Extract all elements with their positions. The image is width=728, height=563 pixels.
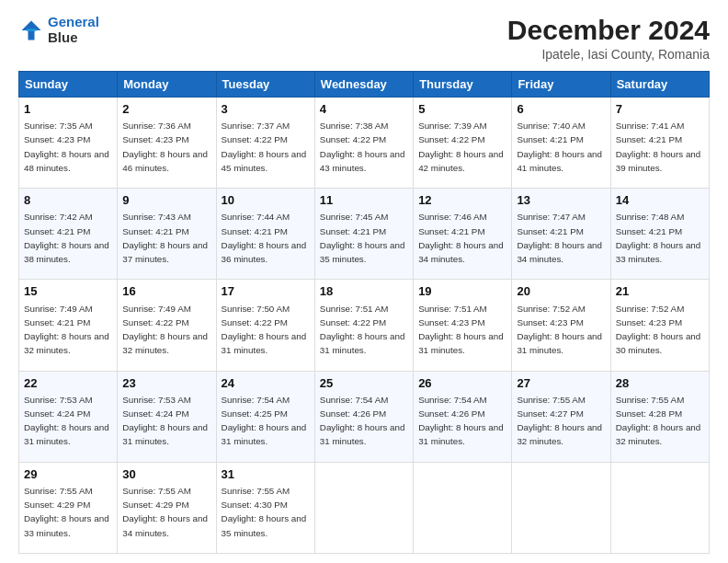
logo-icon — [18, 17, 44, 43]
day-info: Sunrise: 7:49 AMSunset: 4:22 PMDaylight:… — [122, 304, 208, 356]
week-row-3: 15 Sunrise: 7:49 AMSunset: 4:21 PMDaylig… — [19, 280, 710, 371]
calendar-cell: 4 Sunrise: 7:38 AMSunset: 4:22 PMDayligh… — [314, 98, 413, 189]
week-row-4: 22 Sunrise: 7:53 AMSunset: 4:24 PMDaylig… — [19, 371, 710, 462]
day-info: Sunrise: 7:45 AMSunset: 4:21 PMDaylight:… — [320, 212, 405, 264]
day-number: 21 — [616, 283, 704, 300]
day-number: 6 — [517, 101, 605, 118]
day-number: 18 — [320, 283, 408, 300]
day-number: 12 — [418, 192, 506, 209]
day-info: Sunrise: 7:55 AMSunset: 4:30 PMDaylight:… — [222, 486, 307, 538]
day-number: 31 — [222, 466, 310, 483]
day-number: 7 — [616, 101, 704, 118]
day-number: 11 — [320, 192, 408, 209]
calendar-cell: 12 Sunrise: 7:46 AMSunset: 4:21 PMDaylig… — [414, 189, 512, 280]
day-number: 10 — [222, 192, 310, 209]
calendar-cell: 29 Sunrise: 7:55 AMSunset: 4:29 PMDaylig… — [19, 462, 118, 553]
day-number: 29 — [24, 466, 112, 483]
calendar-table: SundayMondayTuesdayWednesdayThursdayFrid… — [18, 71, 710, 554]
calendar-cell: 23 Sunrise: 7:53 AMSunset: 4:24 PMDaylig… — [118, 371, 216, 462]
day-number: 2 — [122, 101, 210, 118]
day-info: Sunrise: 7:42 AMSunset: 4:21 PMDaylight:… — [24, 212, 109, 264]
calendar-cell: 2 Sunrise: 7:36 AMSunset: 4:23 PMDayligh… — [118, 98, 216, 189]
calendar-cell: 8 Sunrise: 7:42 AMSunset: 4:21 PMDayligh… — [19, 189, 118, 280]
day-number: 19 — [418, 283, 506, 300]
calendar-cell: 11 Sunrise: 7:45 AMSunset: 4:21 PMDaylig… — [314, 189, 413, 280]
day-info: Sunrise: 7:50 AMSunset: 4:22 PMDaylight:… — [222, 304, 307, 356]
subtitle: Ipatele, Iasi County, Romania — [507, 47, 710, 62]
day-info: Sunrise: 7:53 AMSunset: 4:24 PMDaylight:… — [122, 395, 208, 447]
main-title: December 2024 — [507, 15, 710, 45]
calendar-cell: 24 Sunrise: 7:54 AMSunset: 4:25 PMDaylig… — [216, 371, 314, 462]
calendar-cell: 16 Sunrise: 7:49 AMSunset: 4:22 PMDaylig… — [118, 280, 216, 371]
title-block: December 2024 Ipatele, Iasi County, Roma… — [507, 15, 710, 62]
calendar-cell: 18 Sunrise: 7:51 AMSunset: 4:22 PMDaylig… — [314, 280, 413, 371]
day-number: 25 — [320, 375, 408, 392]
calendar-cell: 17 Sunrise: 7:50 AMSunset: 4:22 PMDaylig… — [216, 280, 314, 371]
calendar-cell: 1 Sunrise: 7:35 AMSunset: 4:23 PMDayligh… — [19, 98, 118, 189]
day-info: Sunrise: 7:36 AMSunset: 4:23 PMDaylight:… — [122, 121, 208, 173]
weekday-header-tuesday: Tuesday — [216, 72, 314, 98]
logo-text: General Blue — [48, 15, 99, 45]
logo: General Blue — [18, 15, 99, 45]
day-number: 14 — [616, 192, 704, 209]
day-number: 1 — [24, 101, 112, 118]
day-number: 28 — [616, 375, 704, 392]
calendar-cell — [610, 462, 709, 553]
day-info: Sunrise: 7:52 AMSunset: 4:23 PMDaylight:… — [616, 304, 701, 356]
day-info: Sunrise: 7:55 AMSunset: 4:29 PMDaylight:… — [24, 486, 109, 538]
logo-line2: Blue — [48, 30, 99, 46]
day-info: Sunrise: 7:37 AMSunset: 4:22 PMDaylight:… — [222, 121, 307, 173]
day-number: 4 — [320, 101, 408, 118]
weekday-header-row: SundayMondayTuesdayWednesdayThursdayFrid… — [19, 72, 710, 98]
day-info: Sunrise: 7:46 AMSunset: 4:21 PMDaylight:… — [418, 212, 504, 264]
calendar-cell: 30 Sunrise: 7:55 AMSunset: 4:29 PMDaylig… — [118, 462, 216, 553]
weekday-header-friday: Friday — [512, 72, 610, 98]
calendar-cell: 28 Sunrise: 7:55 AMSunset: 4:28 PMDaylig… — [610, 371, 709, 462]
day-info: Sunrise: 7:44 AMSunset: 4:21 PMDaylight:… — [222, 212, 307, 264]
calendar-cell — [512, 462, 610, 553]
day-number: 9 — [122, 192, 210, 209]
day-info: Sunrise: 7:49 AMSunset: 4:21 PMDaylight:… — [24, 304, 109, 356]
day-info: Sunrise: 7:53 AMSunset: 4:24 PMDaylight:… — [24, 395, 109, 447]
week-row-5: 29 Sunrise: 7:55 AMSunset: 4:29 PMDaylig… — [19, 462, 710, 553]
weekday-header-thursday: Thursday — [414, 72, 512, 98]
day-info: Sunrise: 7:39 AMSunset: 4:22 PMDaylight:… — [418, 121, 504, 173]
day-info: Sunrise: 7:55 AMSunset: 4:27 PMDaylight:… — [517, 395, 602, 447]
calendar-cell: 15 Sunrise: 7:49 AMSunset: 4:21 PMDaylig… — [19, 280, 118, 371]
day-info: Sunrise: 7:35 AMSunset: 4:23 PMDaylight:… — [24, 121, 109, 173]
day-info: Sunrise: 7:51 AMSunset: 4:23 PMDaylight:… — [418, 304, 504, 356]
calendar-cell: 27 Sunrise: 7:55 AMSunset: 4:27 PMDaylig… — [512, 371, 610, 462]
weekday-header-saturday: Saturday — [610, 72, 709, 98]
day-info: Sunrise: 7:54 AMSunset: 4:26 PMDaylight:… — [418, 395, 504, 447]
calendar-cell: 19 Sunrise: 7:51 AMSunset: 4:23 PMDaylig… — [414, 280, 512, 371]
calendar-cell: 26 Sunrise: 7:54 AMSunset: 4:26 PMDaylig… — [414, 371, 512, 462]
calendar-cell: 31 Sunrise: 7:55 AMSunset: 4:30 PMDaylig… — [216, 462, 314, 553]
header: General Blue December 2024 Ipatele, Iasi… — [18, 15, 710, 62]
day-number: 17 — [222, 283, 310, 300]
day-number: 30 — [122, 466, 210, 483]
calendar-cell: 20 Sunrise: 7:52 AMSunset: 4:23 PMDaylig… — [512, 280, 610, 371]
day-info: Sunrise: 7:38 AMSunset: 4:22 PMDaylight:… — [320, 121, 405, 173]
page: General Blue December 2024 Ipatele, Iasi… — [0, 0, 728, 563]
day-number: 26 — [418, 375, 506, 392]
calendar-cell: 9 Sunrise: 7:43 AMSunset: 4:21 PMDayligh… — [118, 189, 216, 280]
day-number: 16 — [122, 283, 210, 300]
day-info: Sunrise: 7:48 AMSunset: 4:21 PMDaylight:… — [616, 212, 701, 264]
calendar-cell: 5 Sunrise: 7:39 AMSunset: 4:22 PMDayligh… — [414, 98, 512, 189]
day-info: Sunrise: 7:55 AMSunset: 4:28 PMDaylight:… — [616, 395, 701, 447]
day-number: 15 — [24, 283, 112, 300]
day-info: Sunrise: 7:55 AMSunset: 4:29 PMDaylight:… — [122, 486, 208, 538]
day-info: Sunrise: 7:54 AMSunset: 4:26 PMDaylight:… — [320, 395, 405, 447]
logo-line1: General — [48, 14, 99, 29]
calendar-cell: 14 Sunrise: 7:48 AMSunset: 4:21 PMDaylig… — [610, 189, 709, 280]
day-number: 24 — [222, 375, 310, 392]
calendar-cell — [314, 462, 413, 553]
day-number: 8 — [24, 192, 112, 209]
calendar-cell — [414, 462, 512, 553]
day-info: Sunrise: 7:40 AMSunset: 4:21 PMDaylight:… — [517, 121, 602, 173]
day-number: 13 — [517, 192, 605, 209]
calendar-cell: 10 Sunrise: 7:44 AMSunset: 4:21 PMDaylig… — [216, 189, 314, 280]
calendar-cell: 13 Sunrise: 7:47 AMSunset: 4:21 PMDaylig… — [512, 189, 610, 280]
day-number: 5 — [418, 101, 506, 118]
week-row-2: 8 Sunrise: 7:42 AMSunset: 4:21 PMDayligh… — [19, 189, 710, 280]
